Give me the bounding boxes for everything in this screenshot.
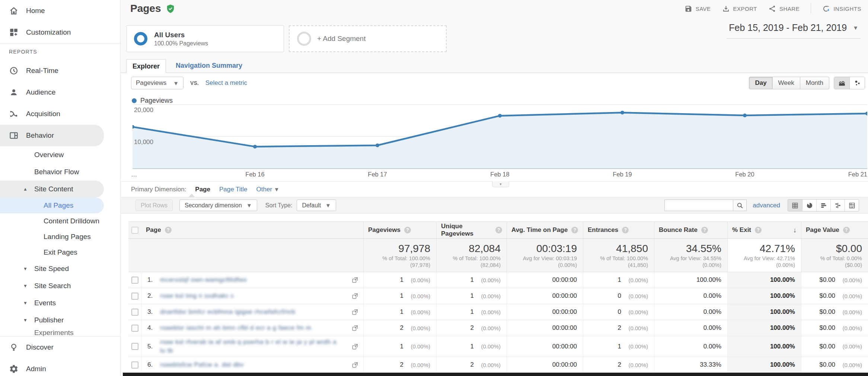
page-link-redacted[interactable]: mcerxslqf own-wamgcftlidfwx	[160, 276, 247, 284]
external-link-icon[interactable]	[351, 308, 359, 316]
sidebar-item-events[interactable]: ▼Events	[0, 294, 120, 312]
acquisition-icon	[9, 109, 19, 119]
dimension-other[interactable]: Other ▼	[256, 186, 280, 193]
save-button[interactable]: SAVE	[684, 5, 711, 13]
sidebar-item-discover[interactable]: Discover	[0, 337, 120, 358]
sidebar-item-content-drilldown[interactable]: Content Drilldown	[0, 213, 120, 229]
sidebar-item-overview[interactable]: Overview	[0, 146, 120, 163]
secondary-dimension-dropdown[interactable]: Secondary dimension▼	[179, 200, 257, 211]
sidebar-item-behavior[interactable]: Behavior	[0, 125, 104, 146]
select-metric-link[interactable]: Select a metric	[205, 79, 247, 87]
insights-button[interactable]: INSIGHTS	[822, 5, 861, 13]
search-input[interactable]	[664, 200, 733, 211]
totals-sub-value: % of Total: 100.00%	[453, 255, 501, 262]
help-icon[interactable]: ?	[843, 227, 850, 233]
metric-cell-avg_time: 00:00:00	[507, 320, 583, 336]
sidebar-item-admin[interactable]: Admin	[0, 358, 120, 376]
segment-all-users[interactable]: All Users 100.00% Pageviews	[126, 25, 284, 52]
help-icon[interactable]: ?	[495, 227, 502, 233]
sidebar-item-real-time[interactable]: Real-Time	[0, 60, 120, 82]
help-icon[interactable]: ?	[404, 227, 411, 233]
table-view-button[interactable]	[788, 200, 802, 211]
column-header-avg-time-on-page[interactable]: Avg. Time on Page?	[507, 222, 583, 239]
metric-dropdown[interactable]: Pageviews ▼	[131, 77, 184, 89]
granularity-day-button[interactable]: Day	[749, 77, 772, 89]
sidebar-item-publisher[interactable]: ▼Publisher	[0, 312, 120, 329]
sidebar-item-behavior-flow[interactable]: Behavior Flow	[0, 163, 120, 181]
metric-percent: (0.00%)	[838, 309, 862, 315]
page-link-redacted[interactable]: dnartfdsr bmfcr ecbfmna igigse rhcwfafcr…	[160, 308, 296, 316]
metric-cell-pageviews: 1(0.00%)	[363, 272, 436, 288]
sidebar-item-site-content[interactable]: ▲Site Content	[0, 181, 104, 198]
chart-collapse-tab[interactable]: ▼	[492, 181, 509, 187]
metric-value: 2	[470, 324, 474, 332]
comparison-view-button[interactable]	[830, 200, 845, 211]
x-axis-tick: Feb 19	[613, 171, 632, 178]
export-button[interactable]: EXPORT	[722, 5, 757, 13]
help-icon[interactable]: ?	[755, 227, 762, 233]
column-header-unique-pageviews[interactable]: Unique Pageviews?	[436, 222, 507, 239]
advanced-search-link[interactable]: advanced	[753, 202, 780, 209]
totals-sub-value: (0.00%)	[558, 262, 577, 268]
sidebar-item-customization[interactable]: Customization	[0, 22, 120, 43]
external-link-icon[interactable]	[351, 276, 359, 284]
page-link-redacted[interactable]: roae ksl tmg n sxdhakc c	[160, 292, 234, 300]
sidebar-item-audience[interactable]: Audience	[0, 82, 120, 103]
external-link-icon[interactable]	[351, 292, 359, 300]
granularity-month-button[interactable]: Month	[800, 77, 829, 89]
sidebar-item-exit-pages[interactable]: Exit Pages	[0, 245, 120, 260]
column-header-bounce-rate[interactable]: Bounce Rate?	[654, 222, 727, 239]
sidebar-item-site-search[interactable]: ▼Site Search	[0, 277, 120, 294]
row-checkbox[interactable]	[131, 293, 138, 300]
pie-view-button[interactable]	[802, 200, 816, 211]
row-checkbox[interactable]	[131, 309, 138, 316]
share-button[interactable]: SHARE	[768, 5, 800, 13]
sidebar-item-acquisition[interactable]: Acquisition	[0, 103, 120, 125]
metric-value: $0.00	[819, 343, 835, 350]
column-header-entrances[interactable]: Entrances?	[583, 222, 654, 239]
pivot-view-button[interactable]	[845, 200, 859, 211]
sidebar-item-experiments[interactable]: Experiments	[0, 329, 120, 336]
tab-explorer[interactable]: Explorer	[126, 59, 166, 73]
help-icon[interactable]: ?	[571, 227, 578, 233]
row-checkbox[interactable]	[131, 325, 138, 332]
dimension-page[interactable]: Page	[195, 186, 210, 193]
page-link-redacted[interactable]: roae ksl rfversb ia af smb q pserha b r …	[160, 338, 338, 354]
sidebar-item-label: Audience	[26, 88, 55, 96]
motion-chart-view-button[interactable]	[849, 77, 865, 89]
sort-type-dropdown[interactable]: Default▼	[297, 200, 336, 211]
column-header--exit[interactable]: % Exit?↓	[727, 222, 801, 239]
horizontal-scrollbar[interactable]	[123, 373, 868, 376]
row-checkbox[interactable]	[131, 361, 138, 369]
search-button[interactable]	[733, 200, 747, 211]
select-all-checkbox[interactable]	[131, 227, 138, 234]
sidebar-item-all-pages[interactable]: All Pages	[0, 198, 104, 213]
granularity-week-button[interactable]: Week	[773, 77, 800, 89]
sidebar-item-home[interactable]: Home	[0, 0, 120, 22]
add-segment-button[interactable]: + Add Segment	[289, 25, 447, 52]
metric-percent: (0.00%)	[838, 325, 862, 331]
external-link-icon[interactable]	[351, 324, 359, 332]
chevron-down-icon: ▼	[853, 25, 858, 31]
column-header-page-value[interactable]: Page Value?	[801, 222, 868, 239]
column-header-pageviews[interactable]: Pageviews?	[363, 222, 436, 239]
performance-view-button[interactable]	[816, 200, 830, 211]
plot-rows-button[interactable]: Plot Rows	[135, 200, 173, 211]
help-icon[interactable]: ?	[622, 227, 629, 233]
sidebar-item-site-speed[interactable]: ▼Site Speed	[0, 260, 120, 277]
help-icon[interactable]: ?	[701, 227, 708, 233]
page-link-redacted[interactable]: roaeblsfcw Pafcw a. dat dbv	[160, 361, 244, 369]
external-link-icon[interactable]	[351, 343, 359, 350]
sidebar-item-landing-pages[interactable]: Landing Pages	[0, 229, 120, 245]
date-range-picker[interactable]: Feb 15, 2019 - Feb 21, 2019 ▼	[727, 22, 861, 39]
line-chart-view-button[interactable]	[834, 77, 849, 89]
pageviews-chart[interactable]	[133, 103, 867, 169]
row-checkbox[interactable]	[131, 277, 138, 284]
external-link-icon[interactable]	[351, 361, 359, 369]
tab-navigation-summary[interactable]: Navigation Summary	[176, 62, 242, 73]
column-header-page[interactable]: Page?	[141, 222, 363, 239]
row-checkbox[interactable]	[131, 343, 138, 350]
help-icon[interactable]: ?	[165, 227, 172, 233]
dimension-page-title[interactable]: Page Title	[219, 186, 248, 193]
page-link-redacted[interactable]: roaeblsr iascht m ah bmn cfbl d ecr a g …	[160, 324, 312, 332]
